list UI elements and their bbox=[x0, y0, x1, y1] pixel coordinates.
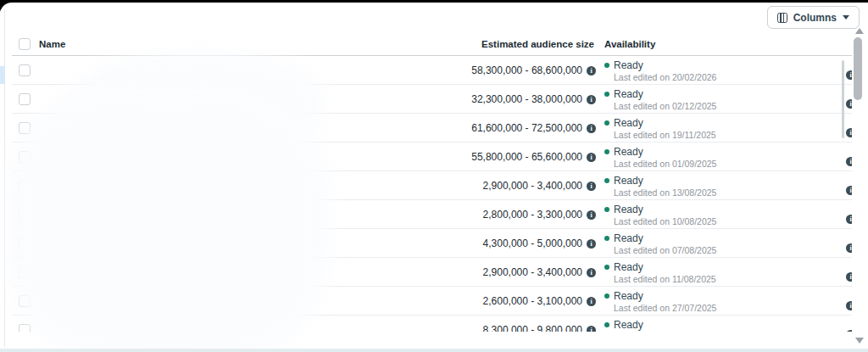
info-icon[interactable]: i bbox=[587, 239, 596, 249]
info-icon[interactable]: i bbox=[587, 153, 596, 162]
scrollbar-up-arrow-icon[interactable] bbox=[855, 28, 864, 34]
row-checkbox[interactable] bbox=[19, 93, 31, 105]
info-icon[interactable]: i bbox=[587, 66, 596, 75]
header-estimated-audience-size: Estimated audience size bbox=[481, 39, 594, 49]
last-edited-label: Last edited on 13/08/2025 bbox=[614, 187, 716, 198]
table-header-row: Name Estimated audience size Availabilit… bbox=[12, 34, 852, 56]
scrollbar-thumb[interactable] bbox=[854, 37, 862, 100]
availability-cell: Ready Last edited on 02/12/2025 bbox=[604, 88, 716, 111]
status-dot bbox=[604, 149, 609, 154]
info-icon[interactable]: i bbox=[587, 268, 596, 277]
last-edited-label: Last edited on 19/11/2025 bbox=[614, 130, 716, 140]
status-dot bbox=[604, 265, 609, 270]
info-icon[interactable]: i bbox=[587, 297, 596, 306]
last-edited-label: Last edited on 11/08/2025 bbox=[614, 274, 716, 284]
columns-button[interactable]: Columns bbox=[767, 6, 860, 29]
audience-size-value: 8,300,000 - 9,800,000 bbox=[483, 324, 582, 332]
status-label: Ready bbox=[614, 146, 643, 158]
last-edited-label: Last edited on 02/12/2025 bbox=[614, 101, 716, 111]
info-icon[interactable]: i bbox=[587, 210, 596, 220]
status-label: Ready bbox=[614, 88, 643, 100]
status-dot bbox=[604, 120, 609, 126]
columns-icon bbox=[777, 13, 787, 23]
availability-cell: Ready bbox=[604, 319, 643, 332]
info-icon[interactable]: i bbox=[587, 182, 596, 191]
last-edited-label: Last edited on 27/07/2025 bbox=[614, 303, 716, 313]
status-label: Ready bbox=[614, 204, 643, 215]
screenshot-frame: Columns Name Estimated audience size Ava… bbox=[0, 0, 868, 352]
status-dot bbox=[604, 322, 609, 327]
info-icon[interactable]: i bbox=[587, 326, 596, 332]
audience-size-value: 2,900,000 - 3,400,000 bbox=[483, 266, 582, 278]
audience-size-value: 61,600,000 - 72,500,000 bbox=[471, 122, 582, 134]
status-dot bbox=[604, 207, 609, 212]
availability-cell: Ready Last edited on 10/08/2025 bbox=[604, 204, 716, 226]
info-icon[interactable]: i bbox=[587, 124, 596, 133]
audience-size-value: 58,300,000 - 68,600,000 bbox=[471, 64, 582, 76]
columns-button-label: Columns bbox=[793, 12, 837, 24]
status-dot bbox=[604, 236, 609, 241]
status-dot bbox=[604, 293, 609, 299]
audience-size-value: 2,900,000 - 3,400,000 bbox=[483, 180, 582, 192]
status-label: Ready bbox=[614, 290, 643, 302]
header-availability: Availability bbox=[604, 39, 655, 49]
chevron-down-icon bbox=[843, 15, 849, 20]
row-checkbox[interactable] bbox=[19, 64, 31, 76]
page: Columns Name Estimated audience size Ava… bbox=[0, 3, 868, 352]
header-name: Name bbox=[39, 39, 65, 49]
audience-size-value: 2,800,000 - 3,300,000 bbox=[483, 209, 582, 221]
scrollbar bbox=[849, 26, 868, 345]
status-label: Ready bbox=[614, 319, 643, 331]
redaction-blur bbox=[7, 83, 329, 352]
audience-size-value: 2,600,000 - 3,100,000 bbox=[483, 295, 582, 307]
last-edited-label: Last edited on 20/02/2026 bbox=[614, 72, 716, 82]
last-edited-label: Last edited on 07/08/2025 bbox=[614, 245, 716, 255]
select-all-checkbox[interactable] bbox=[19, 38, 31, 50]
availability-cell: Ready Last edited on 13/08/2025 bbox=[604, 175, 716, 198]
audience-size-value: 32,300,000 - 38,000,000 bbox=[471, 93, 582, 105]
last-edited-label: Last edited on 01/09/2025 bbox=[614, 159, 716, 169]
info-icon[interactable]: i bbox=[587, 95, 596, 104]
status-label: Ready bbox=[614, 232, 643, 244]
audience-size-value: 55,800,000 - 65,600,000 bbox=[471, 151, 582, 163]
status-dot bbox=[604, 92, 609, 97]
scrollbar-down-arrow-icon[interactable] bbox=[855, 338, 864, 344]
availability-cell: Ready Last edited on 11/08/2025 bbox=[604, 261, 716, 284]
status-label: Ready bbox=[614, 117, 643, 129]
status-dot bbox=[604, 178, 609, 183]
inner-scrollbar-thumb[interactable] bbox=[842, 60, 844, 138]
availability-cell: Ready Last edited on 01/09/2025 bbox=[604, 146, 716, 169]
status-label: Ready bbox=[614, 175, 643, 187]
availability-cell: Ready Last edited on 19/11/2025 bbox=[604, 117, 716, 140]
row-checkbox[interactable] bbox=[19, 324, 31, 332]
bottom-edge-strip bbox=[0, 349, 868, 352]
availability-cell: Ready Last edited on 27/07/2025 bbox=[604, 290, 716, 313]
last-edited-label: Last edited on 10/08/2025 bbox=[614, 216, 716, 226]
sidebar-selected-item[interactable] bbox=[0, 66, 5, 84]
availability-cell: Ready Last edited on 07/08/2025 bbox=[604, 232, 716, 255]
status-label: Ready bbox=[614, 261, 643, 273]
availability-cell: Ready Last edited on 20/02/2026 bbox=[604, 59, 716, 82]
status-label: Ready bbox=[614, 59, 643, 71]
audience-size-value: 4,300,000 - 5,000,000 bbox=[483, 237, 582, 249]
sidebar-edge bbox=[0, 9, 5, 347]
status-dot bbox=[604, 63, 609, 68]
